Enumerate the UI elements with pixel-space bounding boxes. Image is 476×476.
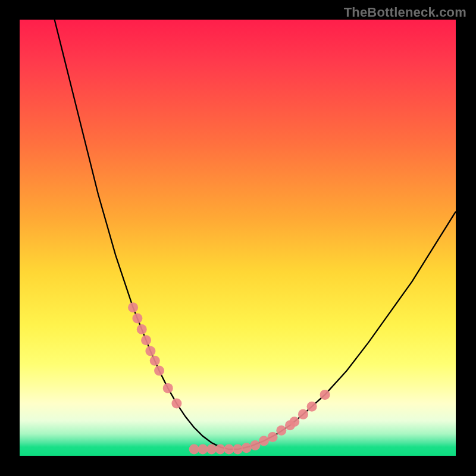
data-marker bbox=[132, 314, 142, 324]
data-marker bbox=[137, 324, 147, 334]
data-marker bbox=[154, 366, 164, 376]
data-marker bbox=[242, 443, 252, 453]
data-marker bbox=[320, 390, 330, 400]
data-marker bbox=[198, 444, 208, 455]
watermark-text: TheBottleneck.com bbox=[344, 5, 466, 20]
data-marker bbox=[298, 409, 308, 419]
data-marker bbox=[224, 444, 234, 455]
data-marker bbox=[128, 302, 138, 312]
plot-area bbox=[20, 20, 456, 456]
data-marker bbox=[259, 436, 269, 446]
data-marker bbox=[141, 335, 151, 345]
bottleneck-curve bbox=[55, 20, 456, 449]
data-marker bbox=[250, 440, 260, 450]
data-marker bbox=[289, 416, 299, 427]
data-marker bbox=[145, 346, 155, 356]
data-marker bbox=[307, 402, 317, 412]
data-marker bbox=[171, 399, 181, 409]
data-marker bbox=[215, 444, 226, 455]
data-marker bbox=[233, 444, 243, 455]
data-marker bbox=[189, 444, 199, 455]
data-marker bbox=[276, 425, 286, 436]
bottleneck-svg bbox=[20, 20, 456, 456]
data-marker bbox=[163, 383, 173, 393]
chart-frame: TheBottleneck.com bbox=[0, 0, 476, 476]
data-marker bbox=[206, 444, 217, 455]
data-marker bbox=[150, 356, 160, 366]
data-marker bbox=[268, 432, 278, 442]
